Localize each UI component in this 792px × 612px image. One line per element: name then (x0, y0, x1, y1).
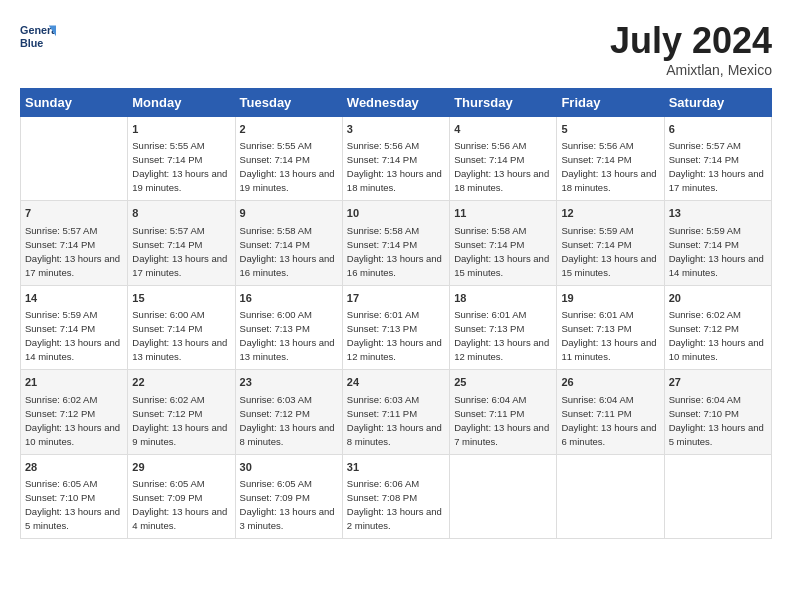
week-row-5: 28 Sunrise: 6:05 AMSunset: 7:10 PMDaylig… (21, 454, 772, 538)
day-info: Sunrise: 5:55 AMSunset: 7:14 PMDaylight:… (132, 140, 227, 193)
day-number: 27 (669, 375, 767, 390)
calendar-cell: 3 Sunrise: 5:56 AMSunset: 7:14 PMDayligh… (342, 117, 449, 201)
calendar-cell: 31 Sunrise: 6:06 AMSunset: 7:08 PMDaylig… (342, 454, 449, 538)
day-info: Sunrise: 5:59 AMSunset: 7:14 PMDaylight:… (25, 309, 120, 362)
day-info: Sunrise: 6:02 AMSunset: 7:12 PMDaylight:… (669, 309, 764, 362)
day-number: 31 (347, 460, 445, 475)
calendar-cell: 12 Sunrise: 5:59 AMSunset: 7:14 PMDaylig… (557, 201, 664, 285)
calendar-cell: 8 Sunrise: 5:57 AMSunset: 7:14 PMDayligh… (128, 201, 235, 285)
day-header-thursday: Thursday (450, 89, 557, 117)
day-number: 15 (132, 291, 230, 306)
day-info: Sunrise: 5:58 AMSunset: 7:14 PMDaylight:… (240, 225, 335, 278)
day-number: 25 (454, 375, 552, 390)
day-number: 16 (240, 291, 338, 306)
svg-text:Blue: Blue (20, 37, 43, 49)
calendar-table: SundayMondayTuesdayWednesdayThursdayFrid… (20, 88, 772, 539)
day-info: Sunrise: 6:06 AMSunset: 7:08 PMDaylight:… (347, 478, 442, 531)
day-info: Sunrise: 6:01 AMSunset: 7:13 PMDaylight:… (561, 309, 656, 362)
day-info: Sunrise: 6:02 AMSunset: 7:12 PMDaylight:… (132, 394, 227, 447)
day-info: Sunrise: 6:05 AMSunset: 7:09 PMDaylight:… (240, 478, 335, 531)
day-number: 2 (240, 122, 338, 137)
day-header-saturday: Saturday (664, 89, 771, 117)
calendar-cell: 13 Sunrise: 5:59 AMSunset: 7:14 PMDaylig… (664, 201, 771, 285)
day-header-wednesday: Wednesday (342, 89, 449, 117)
day-info: Sunrise: 5:59 AMSunset: 7:14 PMDaylight:… (669, 225, 764, 278)
logo: General Blue (20, 20, 56, 56)
day-number: 12 (561, 206, 659, 221)
week-row-3: 14 Sunrise: 5:59 AMSunset: 7:14 PMDaylig… (21, 285, 772, 369)
day-info: Sunrise: 6:05 AMSunset: 7:10 PMDaylight:… (25, 478, 120, 531)
calendar-cell: 20 Sunrise: 6:02 AMSunset: 7:12 PMDaylig… (664, 285, 771, 369)
day-header-monday: Monday (128, 89, 235, 117)
day-number: 20 (669, 291, 767, 306)
calendar-cell: 11 Sunrise: 5:58 AMSunset: 7:14 PMDaylig… (450, 201, 557, 285)
calendar-cell: 2 Sunrise: 5:55 AMSunset: 7:14 PMDayligh… (235, 117, 342, 201)
calendar-cell: 19 Sunrise: 6:01 AMSunset: 7:13 PMDaylig… (557, 285, 664, 369)
calendar-cell: 23 Sunrise: 6:03 AMSunset: 7:12 PMDaylig… (235, 370, 342, 454)
day-number: 10 (347, 206, 445, 221)
month-title: July 2024 (610, 20, 772, 62)
day-info: Sunrise: 6:00 AMSunset: 7:14 PMDaylight:… (132, 309, 227, 362)
day-number: 26 (561, 375, 659, 390)
day-info: Sunrise: 6:03 AMSunset: 7:12 PMDaylight:… (240, 394, 335, 447)
calendar-cell: 4 Sunrise: 5:56 AMSunset: 7:14 PMDayligh… (450, 117, 557, 201)
day-info: Sunrise: 6:04 AMSunset: 7:11 PMDaylight:… (454, 394, 549, 447)
day-info: Sunrise: 5:57 AMSunset: 7:14 PMDaylight:… (25, 225, 120, 278)
day-number: 28 (25, 460, 123, 475)
week-row-1: 1 Sunrise: 5:55 AMSunset: 7:14 PMDayligh… (21, 117, 772, 201)
day-info: Sunrise: 5:57 AMSunset: 7:14 PMDaylight:… (132, 225, 227, 278)
day-number: 29 (132, 460, 230, 475)
day-info: Sunrise: 6:01 AMSunset: 7:13 PMDaylight:… (347, 309, 442, 362)
calendar-cell: 17 Sunrise: 6:01 AMSunset: 7:13 PMDaylig… (342, 285, 449, 369)
day-number: 4 (454, 122, 552, 137)
calendar-cell: 22 Sunrise: 6:02 AMSunset: 7:12 PMDaylig… (128, 370, 235, 454)
day-info: Sunrise: 5:58 AMSunset: 7:14 PMDaylight:… (347, 225, 442, 278)
day-number: 8 (132, 206, 230, 221)
day-number: 5 (561, 122, 659, 137)
day-info: Sunrise: 5:56 AMSunset: 7:14 PMDaylight:… (561, 140, 656, 193)
calendar-cell: 1 Sunrise: 5:55 AMSunset: 7:14 PMDayligh… (128, 117, 235, 201)
day-number: 13 (669, 206, 767, 221)
day-number: 14 (25, 291, 123, 306)
day-number: 23 (240, 375, 338, 390)
day-number: 9 (240, 206, 338, 221)
calendar-cell: 7 Sunrise: 5:57 AMSunset: 7:14 PMDayligh… (21, 201, 128, 285)
day-info: Sunrise: 6:03 AMSunset: 7:11 PMDaylight:… (347, 394, 442, 447)
day-number: 22 (132, 375, 230, 390)
calendar-cell: 16 Sunrise: 6:00 AMSunset: 7:13 PMDaylig… (235, 285, 342, 369)
calendar-cell: 21 Sunrise: 6:02 AMSunset: 7:12 PMDaylig… (21, 370, 128, 454)
day-number: 18 (454, 291, 552, 306)
day-info: Sunrise: 6:02 AMSunset: 7:12 PMDaylight:… (25, 394, 120, 447)
week-row-2: 7 Sunrise: 5:57 AMSunset: 7:14 PMDayligh… (21, 201, 772, 285)
day-number: 30 (240, 460, 338, 475)
day-info: Sunrise: 5:59 AMSunset: 7:14 PMDaylight:… (561, 225, 656, 278)
day-number: 21 (25, 375, 123, 390)
day-info: Sunrise: 6:04 AMSunset: 7:10 PMDaylight:… (669, 394, 764, 447)
page-header: General Blue July 2024 Amixtlan, Mexico (20, 20, 772, 78)
day-header-sunday: Sunday (21, 89, 128, 117)
header-row: SundayMondayTuesdayWednesdayThursdayFrid… (21, 89, 772, 117)
location: Amixtlan, Mexico (610, 62, 772, 78)
day-info: Sunrise: 6:00 AMSunset: 7:13 PMDaylight:… (240, 309, 335, 362)
calendar-cell: 14 Sunrise: 5:59 AMSunset: 7:14 PMDaylig… (21, 285, 128, 369)
calendar-cell: 6 Sunrise: 5:57 AMSunset: 7:14 PMDayligh… (664, 117, 771, 201)
calendar-cell: 9 Sunrise: 5:58 AMSunset: 7:14 PMDayligh… (235, 201, 342, 285)
calendar-cell: 10 Sunrise: 5:58 AMSunset: 7:14 PMDaylig… (342, 201, 449, 285)
calendar-cell (664, 454, 771, 538)
day-header-friday: Friday (557, 89, 664, 117)
day-number: 17 (347, 291, 445, 306)
calendar-cell: 15 Sunrise: 6:00 AMSunset: 7:14 PMDaylig… (128, 285, 235, 369)
week-row-4: 21 Sunrise: 6:02 AMSunset: 7:12 PMDaylig… (21, 370, 772, 454)
day-number: 3 (347, 122, 445, 137)
day-number: 6 (669, 122, 767, 137)
calendar-cell (450, 454, 557, 538)
day-info: Sunrise: 5:58 AMSunset: 7:14 PMDaylight:… (454, 225, 549, 278)
calendar-cell: 30 Sunrise: 6:05 AMSunset: 7:09 PMDaylig… (235, 454, 342, 538)
day-info: Sunrise: 5:56 AMSunset: 7:14 PMDaylight:… (454, 140, 549, 193)
day-info: Sunrise: 5:56 AMSunset: 7:14 PMDaylight:… (347, 140, 442, 193)
calendar-cell (21, 117, 128, 201)
day-info: Sunrise: 6:05 AMSunset: 7:09 PMDaylight:… (132, 478, 227, 531)
title-block: July 2024 Amixtlan, Mexico (610, 20, 772, 78)
day-header-tuesday: Tuesday (235, 89, 342, 117)
calendar-cell: 18 Sunrise: 6:01 AMSunset: 7:13 PMDaylig… (450, 285, 557, 369)
